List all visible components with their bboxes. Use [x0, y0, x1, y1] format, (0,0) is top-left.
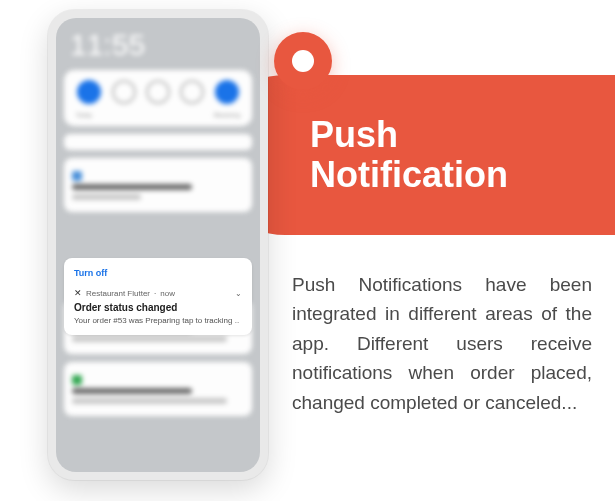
qs-toggle-5[interactable] — [215, 80, 239, 104]
qs-toggle-4[interactable] — [180, 80, 204, 104]
quick-settings-panel: Today Receiving — [64, 70, 252, 126]
notification-app-name: Restaurant Flutter — [86, 289, 150, 298]
app-icon — [72, 375, 82, 385]
phone-screen: 11:55 Today Receiving — [56, 18, 260, 472]
notification-item-1[interactable] — [64, 158, 252, 212]
notification-title: Order status changed — [74, 302, 242, 313]
qs-toggle-wifi[interactable] — [77, 80, 101, 104]
notification-item-3[interactable] — [64, 362, 252, 416]
notification-body: Your order #53 was Preparing tap to trac… — [74, 316, 242, 325]
dot-separator: · — [154, 289, 156, 298]
qs-sub-left: Today — [76, 112, 92, 118]
phone-mockup: 11:55 Today Receiving — [48, 10, 268, 480]
qs-toggle-2[interactable] — [112, 80, 136, 104]
notification-focused[interactable]: Turn off ✕ Restaurant Flutter · now ⌄ Or… — [64, 258, 252, 335]
chevron-down-icon[interactable]: ⌄ — [235, 289, 242, 298]
brightness-slider[interactable] — [64, 134, 252, 150]
qs-sub-right: Receiving — [214, 112, 240, 118]
feature-description: Push Notifications have been integrated … — [292, 270, 592, 417]
banner-title-line1: Push — [310, 114, 398, 155]
restaurant-icon: ✕ — [74, 288, 82, 298]
bullet-inner — [292, 50, 314, 72]
turn-off-link[interactable]: Turn off — [74, 268, 242, 278]
blurred-background: 11:55 Today Receiving — [56, 18, 260, 472]
banner-title-line2: Notification — [310, 154, 508, 195]
app-icon — [72, 171, 82, 181]
notification-time: now — [160, 289, 175, 298]
status-clock: 11:55 — [56, 18, 260, 64]
banner-bullet-icon — [274, 32, 332, 90]
qs-toggle-3[interactable] — [146, 80, 170, 104]
